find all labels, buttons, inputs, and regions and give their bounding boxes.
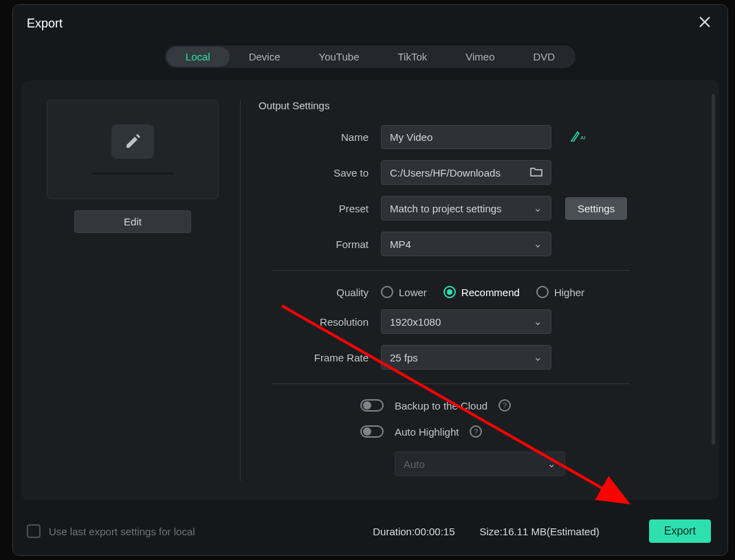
dialog-footer: Use last export settings for local Durat… xyxy=(13,508,727,555)
edit-button[interactable]: Edit xyxy=(74,210,191,233)
tab-local[interactable]: Local xyxy=(166,47,230,67)
preset-value: Match to project settings xyxy=(390,203,502,214)
label-quality: Quality xyxy=(259,287,381,298)
ai-rename-icon[interactable]: AI xyxy=(571,131,586,144)
footer-info: Duration:00:00:15 Size:16.11 MB(Estimate… xyxy=(373,519,711,543)
dialog-title: Export xyxy=(27,16,63,31)
autohighlight-label: Auto Highlight xyxy=(395,426,459,438)
preview-column: Edit xyxy=(34,94,240,486)
tab-tiktok[interactable]: TikTok xyxy=(378,47,446,67)
svg-text:AI: AI xyxy=(580,135,586,141)
row-autohighlight: Auto Highlight ? xyxy=(259,425,707,438)
radio-circle xyxy=(381,286,393,298)
radio-higher[interactable]: Higher xyxy=(536,286,584,298)
name-input[interactable] xyxy=(381,125,551,149)
autohighlight-toggle[interactable] xyxy=(360,425,384,438)
chevron-down-icon: ⌄ xyxy=(534,315,542,328)
divider xyxy=(272,383,630,384)
edit-thumbnail-box xyxy=(111,124,154,159)
label-save-to: Save to xyxy=(259,167,381,179)
row-format: Format MP4 ⌄ xyxy=(259,232,707,256)
backup-toggle[interactable] xyxy=(360,399,384,412)
chevron-down-icon: ⌄ xyxy=(534,238,542,250)
duration-info: Duration:00:00:15 xyxy=(373,526,454,537)
tab-vimeo[interactable]: Vimeo xyxy=(446,47,514,67)
framerate-select[interactable]: 25 fps ⌄ xyxy=(381,345,551,370)
scrollbar[interactable] xyxy=(712,94,715,445)
export-button[interactable]: Export xyxy=(649,519,711,543)
label-framerate: Frame Rate xyxy=(259,352,381,363)
format-value: MP4 xyxy=(390,238,411,250)
label-preset: Preset xyxy=(259,203,381,214)
row-quality: Quality Lower Recommend Higher xyxy=(259,286,707,298)
row-resolution: Resolution 1920x1080 ⌄ xyxy=(259,309,707,334)
quality-radio-group: Lower Recommend Higher xyxy=(381,286,584,298)
radio-circle xyxy=(536,286,549,298)
radio-label-recommend: Recommend xyxy=(461,287,520,298)
row-name: Name AI xyxy=(259,125,707,149)
label-name: Name xyxy=(259,131,381,143)
use-last-settings-checkbox[interactable] xyxy=(27,524,41,538)
folder-icon[interactable] xyxy=(530,166,542,179)
radio-label-lower: Lower xyxy=(399,287,427,298)
tab-device[interactable]: Device xyxy=(230,47,300,67)
divider xyxy=(272,270,630,271)
radio-label-higher: Higher xyxy=(554,287,584,298)
radio-recommend[interactable]: Recommend xyxy=(443,286,520,298)
radio-circle xyxy=(443,286,456,298)
shadow-decoration xyxy=(91,172,174,175)
chevron-down-icon: ⌄ xyxy=(547,458,556,470)
export-dialog: Export Local Device YouTube TikTok Vimeo… xyxy=(12,4,728,556)
row-preset: Preset Match to project settings ⌄ Setti… xyxy=(259,196,707,221)
row-framerate: Frame Rate 25 fps ⌄ xyxy=(259,345,707,370)
row-save-to: Save to C:/Users/HF/Downloads xyxy=(259,160,707,185)
backup-label: Backup to the Cloud xyxy=(395,400,487,412)
label-resolution: Resolution xyxy=(259,316,381,328)
save-to-value: C:/Users/HF/Downloads xyxy=(390,167,501,179)
export-tabs: Local Device YouTube TikTok Vimeo DVD xyxy=(13,45,727,68)
save-to-field[interactable]: C:/Users/HF/Downloads xyxy=(381,160,551,185)
preview-thumbnail[interactable] xyxy=(47,100,219,199)
framerate-value: 25 fps xyxy=(390,352,418,363)
radio-lower[interactable]: Lower xyxy=(381,286,427,298)
chevron-down-icon: ⌄ xyxy=(534,351,542,363)
tab-dvd[interactable]: DVD xyxy=(514,47,575,67)
pencil-icon xyxy=(124,133,142,150)
format-select[interactable]: MP4 ⌄ xyxy=(381,232,551,256)
label-format: Format xyxy=(259,238,381,250)
close-icon[interactable] xyxy=(699,16,711,32)
resolution-select[interactable]: 1920x1080 ⌄ xyxy=(381,309,551,334)
dialog-header: Export xyxy=(13,5,727,38)
settings-column: Output Settings Name AI Save to C:/Users… xyxy=(241,94,707,486)
use-last-settings-label: Use last export settings for local xyxy=(49,526,195,537)
size-info: Size:16.11 MB(Estimated) xyxy=(479,526,599,537)
help-icon[interactable]: ? xyxy=(498,399,511,412)
resolution-value: 1920x1080 xyxy=(390,316,441,328)
content-panel: Edit Output Settings Name AI Save to C:/… xyxy=(21,80,719,500)
chevron-down-icon: ⌄ xyxy=(534,202,542,214)
autohighlight-value: Auto xyxy=(404,458,425,470)
help-icon[interactable]: ? xyxy=(470,425,482,438)
preset-settings-button[interactable]: Settings xyxy=(565,197,627,220)
preset-select[interactable]: Match to project settings ⌄ xyxy=(381,196,551,221)
tabs-container: Local Device YouTube TikTok Vimeo DVD xyxy=(165,45,575,68)
section-title: Output Settings xyxy=(259,100,707,111)
row-backup: Backup to the Cloud ? xyxy=(259,399,707,412)
tab-youtube[interactable]: YouTube xyxy=(300,47,379,67)
autohighlight-select: Auto ⌄ xyxy=(395,451,565,476)
